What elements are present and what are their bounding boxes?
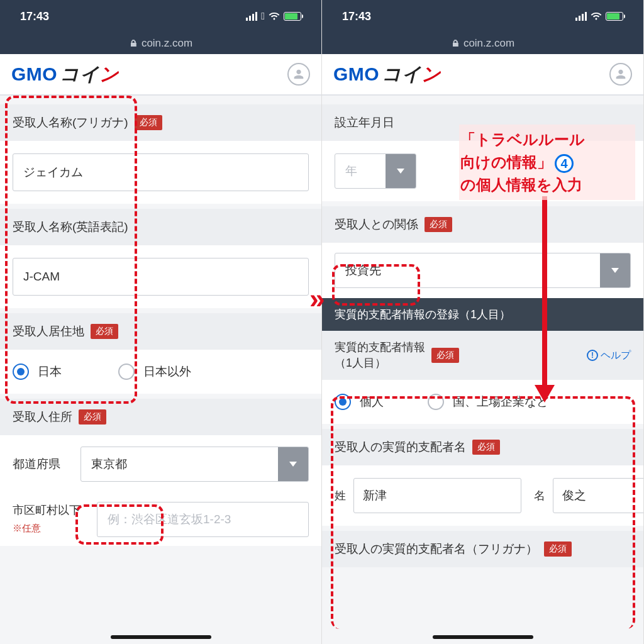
home-indicator (111, 635, 211, 639)
phone-right: 17:43 🔒︎coin.z.com GMO コイン 設立年月日 年 受取人との… (322, 0, 644, 644)
prefecture-label: 都道府県 (13, 456, 70, 472)
residence-label: 受取人居住地 必須 (0, 313, 321, 350)
prefecture-select[interactable]: 東京都 (80, 447, 309, 482)
arrow-separator-icon: » (309, 283, 325, 314)
help-icon: ! (587, 350, 598, 361)
status-icons (575, 12, 623, 21)
logo: GMO コイン (333, 62, 441, 87)
chevron-down-icon (600, 253, 630, 287)
controller-kana-label: 受取人の実質的支配者名（フリガナ） 必須 (322, 531, 643, 567)
svg-marker-1 (535, 385, 555, 402)
url-text: coin.z.com (464, 37, 514, 50)
given-name-input[interactable] (553, 478, 643, 513)
required-badge: 必須 (425, 217, 452, 232)
home-indicator (433, 635, 533, 639)
status-icons: ︎ (246, 11, 301, 22)
required-badge: 必須 (431, 348, 459, 363)
controller-name-label: 受取人の実質的支配者名 必須 (322, 429, 643, 465)
app-header: GMO コイン (0, 54, 321, 96)
wifi-icon: ︎ (261, 11, 265, 22)
prefecture-row: 都道府県 東京都 (0, 435, 321, 493)
city-row: 市区町村以下※任意 (0, 493, 321, 546)
battery-icon (606, 12, 623, 21)
status-bar: 17:43 ︎ (0, 0, 321, 33)
phone-left: 17:43 ︎ 🔒︎ coin.z.com GMO コイン 受取人名称(フリガ… (0, 0, 322, 644)
furigana-input[interactable] (13, 153, 309, 191)
year-select[interactable]: 年 (335, 153, 416, 189)
chevron-down-icon (278, 447, 308, 481)
profile-icon[interactable] (609, 63, 632, 86)
url-bar: 🔒︎ coin.z.com (0, 33, 321, 54)
signal-icon (246, 12, 257, 21)
relationship-label: 受取人との関係 必須 (322, 206, 643, 243)
profile-icon[interactable] (287, 63, 310, 86)
form-content-left: 受取人名称(フリガナ) 必須 受取人名称(英語表記) 受取人居住地 必須 日本 … (0, 96, 321, 644)
status-bar: 17:43 (322, 0, 643, 33)
lock-icon: 🔒︎ (129, 38, 138, 48)
city-input[interactable] (97, 502, 309, 537)
arrow-down-icon (532, 196, 557, 404)
furigana-label: 受取人名称(フリガナ) 必須 (0, 104, 321, 141)
app-header: GMO コイン (322, 54, 643, 96)
city-label: 市区町村以下※任意 (13, 502, 88, 536)
address-label: 受取人住所 必須 (0, 399, 321, 435)
chevron-down-icon (386, 154, 416, 188)
english-name-input[interactable] (13, 258, 309, 296)
status-time: 17:43 (342, 10, 371, 23)
residence-radio-japan[interactable]: 日本 (13, 364, 62, 380)
lock-icon: 🔒︎ (451, 38, 460, 48)
url-bar: 🔒︎coin.z.com (322, 33, 643, 54)
radio-icon (13, 364, 29, 380)
signal-icon (575, 12, 587, 21)
controller-radio-individual[interactable]: 個人 (335, 394, 384, 410)
status-time: 17:43 (20, 10, 49, 23)
battery-icon (284, 12, 301, 21)
residence-radio-other[interactable]: 日本以外 (118, 364, 191, 380)
controller-section-title: 実質的支配者情報の登録（1人目） (322, 298, 643, 331)
radio-icon (428, 394, 444, 410)
required-badge: 必須 (79, 409, 106, 425)
radio-icon (118, 364, 135, 380)
surname-input[interactable] (353, 478, 521, 513)
controller-name-row: 姓 名 (322, 465, 643, 526)
wifi-icon (591, 12, 602, 21)
step-4-badge: 4 (555, 154, 574, 173)
url-text: coin.z.com (142, 37, 192, 50)
help-link[interactable]: !ヘルプ (587, 349, 631, 362)
required-badge: 必須 (135, 115, 162, 130)
required-badge: 必須 (472, 440, 500, 455)
controller-type-row: 個人 国、上場企業など (322, 380, 643, 424)
logo: GMO コイン (11, 62, 119, 87)
required-badge: 必須 (91, 324, 118, 339)
controller-radio-corporate[interactable]: 国、上場企業など (428, 394, 548, 410)
residence-radio-row: 日本 日本以外 (0, 350, 321, 394)
radio-icon (335, 394, 351, 410)
controller-info-label: 実質的支配者情報（1人目） 必須 !ヘルプ (322, 331, 643, 380)
callout-text: 「トラベルルール 向けの情報」4 の個人情報を入力 (459, 125, 635, 200)
wifi-icon (269, 12, 280, 21)
required-badge: 必須 (544, 541, 572, 557)
english-name-label: 受取人名称(英語表記) (0, 209, 321, 245)
relationship-select[interactable]: 投資先 (335, 253, 631, 288)
